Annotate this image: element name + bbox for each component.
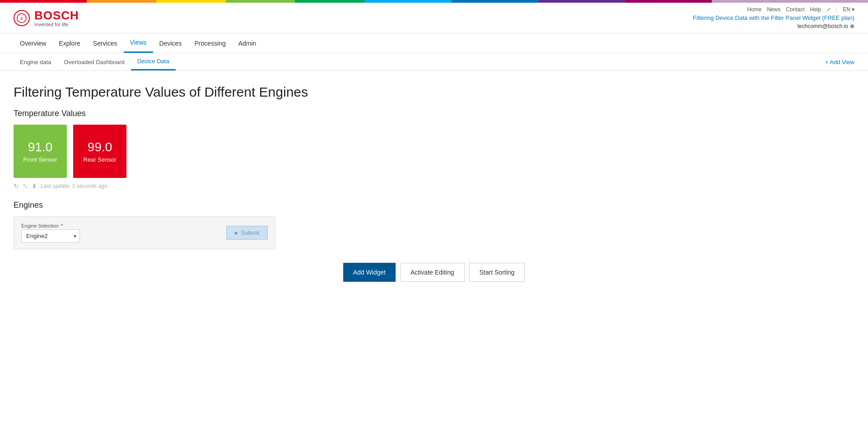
- brand-info: BOSCH Invented for life: [34, 9, 79, 27]
- brand-name: BOSCH: [34, 9, 79, 23]
- engine-select-wrapper: Engine1 Engine2 Engine3 ▾: [21, 229, 80, 242]
- news-link[interactable]: News: [767, 6, 780, 13]
- submit-label: Submit: [241, 229, 259, 236]
- engine-select[interactable]: Engine1 Engine2 Engine3: [21, 229, 80, 242]
- top-links: Home News Contact Help ⤢ | EN ▾: [747, 6, 854, 13]
- nav-processing[interactable]: Processing: [188, 34, 232, 52]
- front-sensor-label: Front Sensor: [23, 156, 57, 163]
- submit-button[interactable]: ▶ Submit: [226, 226, 268, 240]
- sensor-tiles: 91.0 Front Sensor 99.0 Rear Sensor: [14, 125, 854, 178]
- download-icon[interactable]: ⬇: [32, 182, 37, 190]
- header: ® BOSCH Invented for life Home News Cont…: [0, 3, 868, 33]
- submit-play-icon: ▶: [235, 230, 238, 235]
- front-sensor-tile: 91.0 Front Sensor: [14, 125, 67, 178]
- nav-admin[interactable]: Admin: [232, 34, 263, 52]
- fullscreen-icon[interactable]: ⤢: [826, 7, 831, 13]
- main-content: Filtering Temperature Values of Differen…: [0, 71, 868, 304]
- logo-area: ® BOSCH Invented for life: [14, 9, 79, 27]
- rear-sensor-tile: 99.0 Rear Sensor: [73, 125, 126, 178]
- bosch-logo-circle: ®: [14, 10, 30, 26]
- lang-chevron-icon: ▾: [852, 6, 854, 13]
- sub-nav: Engine data Overloaded Dashboard Device …: [0, 53, 868, 71]
- nav-services[interactable]: Services: [87, 34, 124, 52]
- start-sorting-button[interactable]: Start Sorting: [469, 263, 525, 282]
- bottom-actions: Add Widget Activate Editing Start Sortin…: [14, 263, 854, 282]
- page-title-link[interactable]: Filtering Device Data with the Filter Pa…: [693, 14, 854, 21]
- required-indicator: *: [61, 223, 63, 228]
- refresh-icon[interactable]: ↻: [14, 182, 19, 190]
- nav-explore[interactable]: Explore: [52, 34, 86, 52]
- sub-nav-overloaded-dashboard[interactable]: Overloaded Dashboard: [57, 54, 131, 70]
- nav-devices[interactable]: Devices: [153, 34, 188, 52]
- engine-selection-group: Engine Selection * Engine1 Engine2 Engin…: [21, 223, 80, 242]
- last-update-text: Last update: 3 seconds ago: [41, 183, 107, 189]
- main-nav: Overview Explore Services Views Devices …: [0, 33, 868, 53]
- add-view-link[interactable]: + Add View: [825, 54, 854, 70]
- add-widget-button[interactable]: Add Widget: [343, 263, 396, 282]
- expand-widget-icon[interactable]: ⤡: [23, 182, 28, 190]
- nav-overview[interactable]: Overview: [14, 34, 52, 52]
- user-email: techcomm@bosch.io: [798, 23, 848, 29]
- rear-sensor-value: 99.0: [88, 140, 112, 155]
- engine-selection-label: Engine Selection *: [21, 223, 80, 228]
- lang-label: EN: [843, 6, 850, 13]
- user-info: techcomm@bosch.io ⊕: [798, 23, 854, 29]
- header-right: Home News Contact Help ⤢ | EN ▾ Filterin…: [693, 6, 854, 29]
- help-link[interactable]: Help: [810, 6, 821, 13]
- svg-text:®: ®: [20, 17, 23, 21]
- lang-selector[interactable]: EN ▾: [843, 6, 854, 13]
- sub-nav-engine-data[interactable]: Engine data: [14, 54, 57, 70]
- sub-nav-device-data[interactable]: Device Data: [131, 53, 176, 70]
- nav-views[interactable]: Views: [124, 33, 153, 53]
- widget-toolbar: ↻ ⤡ ⬇ Last update: 3 seconds ago: [14, 182, 854, 190]
- engines-section: Engines Engine Selection * Engine1 Engin…: [14, 201, 854, 249]
- rear-sensor-label: Rear Sensor: [84, 156, 117, 163]
- temperature-section-heading: Temperature Values: [14, 109, 854, 118]
- user-settings-icon[interactable]: ⊕: [850, 23, 854, 29]
- front-sensor-value: 91.0: [28, 140, 53, 155]
- engines-section-heading: Engines: [14, 201, 854, 210]
- filter-panel: Engine Selection * Engine1 Engine2 Engin…: [14, 216, 275, 249]
- page-heading: Filtering Temperature Values of Differen…: [14, 84, 854, 100]
- activate-editing-button[interactable]: Activate Editing: [400, 263, 465, 282]
- contact-link[interactable]: Contact: [786, 6, 804, 13]
- home-link[interactable]: Home: [747, 6, 761, 13]
